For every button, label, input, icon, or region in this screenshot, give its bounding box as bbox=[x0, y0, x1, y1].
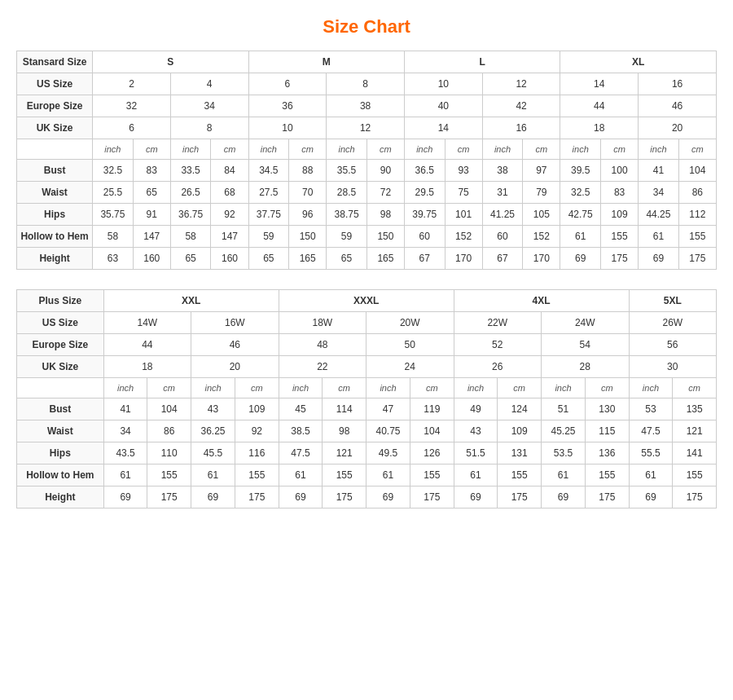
bust-label: Bust bbox=[17, 160, 93, 182]
pwaist-1: 34 bbox=[103, 420, 147, 442]
uk-12: 12 bbox=[327, 117, 405, 139]
height-13: 69 bbox=[560, 248, 601, 270]
unit-inch-1: inch bbox=[93, 139, 134, 160]
height-3: 65 bbox=[170, 248, 211, 270]
puk-28: 28 bbox=[541, 356, 629, 378]
unit-inch-8: inch bbox=[639, 139, 679, 160]
plus-waist-label: Waist bbox=[17, 420, 104, 442]
unit-cm-8: cm bbox=[678, 139, 716, 160]
us-16w: 16W bbox=[191, 312, 279, 334]
hollow-2: 147 bbox=[133, 226, 170, 248]
phollow-4: 155 bbox=[235, 464, 279, 486]
height-1: 63 bbox=[93, 248, 134, 270]
phollow-1: 61 bbox=[103, 464, 147, 486]
height-8: 165 bbox=[366, 248, 404, 270]
plus-hips-row: Hips 43.5 110 45.5 116 47.5 121 49.5 126… bbox=[17, 442, 717, 464]
plus-header-row: Plus Size XXL XXXL 4XL 5XL bbox=[17, 290, 717, 312]
hips-11: 41.25 bbox=[482, 204, 523, 226]
pheight-2: 175 bbox=[147, 486, 191, 508]
s-header: S bbox=[93, 51, 248, 73]
xxl-header: XXL bbox=[103, 290, 279, 312]
waist-14: 83 bbox=[600, 182, 638, 204]
uk-10: 10 bbox=[248, 117, 327, 139]
hips-14: 109 bbox=[600, 204, 638, 226]
unit-inch-5: inch bbox=[404, 139, 445, 160]
hollow-4: 147 bbox=[211, 226, 248, 248]
europe-size-row: Europe Size 32 34 36 38 40 42 44 46 bbox=[17, 95, 717, 117]
hollow-8: 150 bbox=[366, 226, 404, 248]
pwaist-4: 92 bbox=[235, 420, 279, 442]
phollow-14: 155 bbox=[673, 464, 717, 486]
bust-1: 32.5 bbox=[93, 160, 134, 182]
punit-inch-3: inch bbox=[279, 378, 323, 398]
punit-cm-6: cm bbox=[586, 378, 630, 398]
peu-56: 56 bbox=[629, 334, 716, 356]
europe-size-label: Europe Size bbox=[17, 95, 93, 117]
bust-6: 88 bbox=[289, 160, 327, 182]
unit-inch-3: inch bbox=[248, 139, 289, 160]
eu-44: 44 bbox=[560, 95, 639, 117]
hollow-row: Hollow to Hem 58 147 58 147 59 150 59 15… bbox=[17, 226, 717, 248]
pwaist-9: 43 bbox=[454, 420, 498, 442]
plus-bust-label: Bust bbox=[17, 398, 104, 420]
hollow-15: 61 bbox=[639, 226, 679, 248]
us-24w: 24W bbox=[541, 312, 629, 334]
pwaist-13: 47.5 bbox=[629, 420, 673, 442]
pwaist-8: 104 bbox=[410, 420, 454, 442]
pbust-14: 135 bbox=[673, 398, 717, 420]
xxxl-header: XXXL bbox=[279, 290, 454, 312]
puk-20: 20 bbox=[191, 356, 279, 378]
standard-size-section: Stansard Size S M L XL US Size 2 4 6 8 1… bbox=[16, 51, 717, 270]
phips-5: 47.5 bbox=[279, 442, 323, 464]
us-size-row: US Size 2 4 6 8 10 12 14 16 bbox=[17, 73, 717, 95]
waist-7: 28.5 bbox=[327, 182, 367, 204]
bust-row: Bust 32.5 83 33.5 84 34.5 88 35.5 90 36.… bbox=[17, 160, 717, 182]
waist-8: 72 bbox=[366, 182, 404, 204]
hollow-13: 61 bbox=[560, 226, 601, 248]
unit-inch-2: inch bbox=[170, 139, 211, 160]
plus-europe-size-label: Europe Size bbox=[17, 334, 104, 356]
bust-9: 36.5 bbox=[404, 160, 445, 182]
eu-46: 46 bbox=[639, 95, 717, 117]
plus-unit-row: inch cm inch cm inch cm inch cm inch cm … bbox=[17, 378, 717, 398]
punit-cm-4: cm bbox=[410, 378, 454, 398]
uk-16: 16 bbox=[482, 117, 560, 139]
pbust-2: 104 bbox=[147, 398, 191, 420]
bust-8: 90 bbox=[366, 160, 404, 182]
puk-26: 26 bbox=[454, 356, 541, 378]
puk-18: 18 bbox=[103, 356, 191, 378]
peu-54: 54 bbox=[541, 334, 629, 356]
hips-10: 101 bbox=[445, 204, 482, 226]
height-15: 69 bbox=[639, 248, 679, 270]
pheight-8: 175 bbox=[410, 486, 454, 508]
unit-cm-5: cm bbox=[445, 139, 482, 160]
phips-2: 110 bbox=[147, 442, 191, 464]
phips-6: 121 bbox=[323, 442, 366, 464]
hips-13: 42.75 bbox=[560, 204, 601, 226]
phips-10: 131 bbox=[498, 442, 542, 464]
height-row: Height 63 160 65 160 65 165 65 165 67 17… bbox=[17, 248, 717, 270]
bust-13: 39.5 bbox=[560, 160, 601, 182]
pwaist-6: 98 bbox=[323, 420, 366, 442]
pheight-10: 175 bbox=[498, 486, 542, 508]
plus-bust-row: Bust 41 104 43 109 45 114 47 119 49 124 … bbox=[17, 398, 717, 420]
plus-uk-size-row: UK Size 18 20 22 24 26 28 30 bbox=[17, 356, 717, 378]
us-14: 14 bbox=[560, 73, 639, 95]
punit-inch-6: inch bbox=[541, 378, 585, 398]
uk-18: 18 bbox=[560, 117, 639, 139]
punit-cm-5: cm bbox=[498, 378, 542, 398]
phollow-6: 155 bbox=[323, 464, 366, 486]
bust-5: 34.5 bbox=[248, 160, 289, 182]
pheight-14: 175 bbox=[673, 486, 717, 508]
bust-2: 83 bbox=[133, 160, 170, 182]
hollow-label: Hollow to Hem bbox=[17, 226, 93, 248]
phips-3: 45.5 bbox=[191, 442, 235, 464]
uk-6: 6 bbox=[93, 117, 171, 139]
plus-hollow-label: Hollow to Hem bbox=[17, 464, 104, 486]
pwaist-3: 36.25 bbox=[191, 420, 235, 442]
hips-1: 35.75 bbox=[93, 204, 134, 226]
pbust-10: 124 bbox=[498, 398, 542, 420]
hollow-1: 58 bbox=[93, 226, 134, 248]
hollow-16: 155 bbox=[678, 226, 716, 248]
waist-4: 68 bbox=[211, 182, 248, 204]
